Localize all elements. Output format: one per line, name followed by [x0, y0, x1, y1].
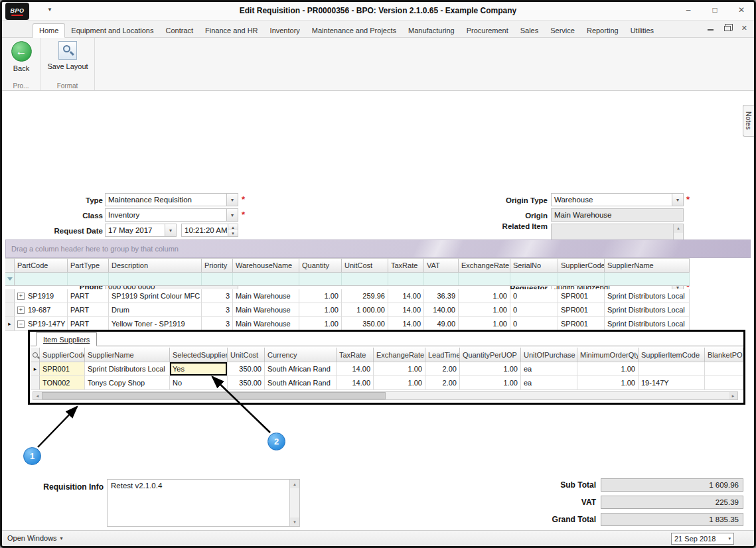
- expand-toggle-icon[interactable]: +: [17, 307, 25, 314]
- tab-inventory[interactable]: Inventory: [264, 24, 306, 37]
- chevron-down-icon[interactable]: ▾: [226, 209, 238, 221]
- cell-suppliername[interactable]: Sprint Distributors Local: [605, 317, 690, 330]
- column-header-suppliername[interactable]: SupplierName: [85, 348, 170, 362]
- cell-taxrate[interactable]: 14.00: [337, 362, 374, 376]
- filter-cell-serialno[interactable]: [510, 273, 558, 285]
- cell-unitcost[interactable]: 350.00: [228, 376, 265, 389]
- cell-exchangerate[interactable]: 1.00: [374, 376, 425, 389]
- scroll-up-icon[interactable]: ▲: [674, 224, 683, 233]
- request-time-field[interactable]: 10:21:20 AM ▲ ▼: [181, 224, 238, 237]
- column-header-unitcost[interactable]: UnitCost: [342, 259, 388, 272]
- cell-priority[interactable]: 3: [202, 303, 233, 316]
- cell-currency[interactable]: South African Rand: [265, 376, 337, 389]
- column-header-exchangerate[interactable]: ExchangeRate: [374, 348, 425, 362]
- detail-row[interactable]: TON002Tonys Copy ShopNo350.00South Afric…: [31, 376, 743, 390]
- cell-exchangerate[interactable]: 1.00: [459, 289, 510, 303]
- cell-unitcost[interactable]: 350.00: [228, 362, 265, 376]
- tab-service[interactable]: Service: [544, 24, 581, 37]
- column-header-serialno[interactable]: SerialNo: [510, 259, 558, 272]
- requisition-info-textarea[interactable]: Retest v2.1.0.4 ▲ ▼: [107, 479, 300, 527]
- cell-leadtime[interactable]: 2.00: [425, 362, 460, 376]
- tab-finance-and-hr[interactable]: Finance and HR: [199, 24, 264, 37]
- cell-currency[interactable]: South African Rand: [265, 362, 337, 376]
- expand-toggle-icon[interactable]: −: [17, 320, 25, 328]
- cell-unitcost[interactable]: 350.00: [342, 317, 388, 330]
- spin-up-icon[interactable]: ▲: [228, 224, 238, 230]
- cell-parttype[interactable]: PART: [68, 289, 109, 303]
- minimize-button[interactable]: –: [684, 5, 693, 15]
- cell-parttype[interactable]: PART: [68, 303, 109, 316]
- cell-selectedsupplier[interactable]: No: [170, 376, 228, 389]
- cell-supplieritemcode[interactable]: [639, 362, 705, 376]
- expand-toggle-icon[interactable]: +: [17, 293, 25, 300]
- cell-partcode[interactable]: +SP1919: [15, 289, 68, 303]
- column-header-unitofpurchase[interactable]: UnitOfPurchase: [521, 348, 577, 362]
- cell-suppliercode[interactable]: SPR001: [558, 289, 605, 303]
- cell-minimumorderqty[interactable]: 1.00: [577, 376, 639, 389]
- cell-suppliercode[interactable]: TON002: [40, 376, 85, 389]
- scroll-up-icon[interactable]: ▲: [290, 480, 299, 488]
- cell-description[interactable]: Drum: [109, 303, 202, 316]
- column-header-description[interactable]: Description: [109, 259, 202, 272]
- tab-procurement[interactable]: Procurement: [461, 24, 514, 37]
- calendar-dropdown-icon[interactable]: ▾: [728, 536, 731, 541]
- column-header-currency[interactable]: Currency: [265, 348, 337, 362]
- filter-cell-suppliername[interactable]: [605, 273, 690, 285]
- column-header-suppliercode[interactable]: SupplierCode: [558, 259, 605, 272]
- column-header-leadtime[interactable]: LeadTime: [425, 348, 460, 362]
- origin-type-select[interactable]: Warehouse ▾: [551, 193, 684, 206]
- column-header-minimumorderqty[interactable]: MinimumOrderQty: [577, 348, 639, 362]
- scroll-left-icon[interactable]: ◄: [33, 392, 42, 399]
- cell-suppliername[interactable]: Sprint Distributors Local: [605, 289, 690, 303]
- cell-vat[interactable]: 140.00: [424, 303, 459, 316]
- time-spinner[interactable]: ▲ ▼: [228, 224, 238, 236]
- cell-blanketpo[interactable]: [705, 376, 743, 389]
- cell-suppliercode[interactable]: SPR001: [558, 317, 605, 330]
- cell-warehousename[interactable]: Main Warehouse: [233, 317, 299, 330]
- column-header-priority[interactable]: Priority: [202, 259, 233, 272]
- filter-cell-priority[interactable]: [202, 273, 233, 285]
- cell-serialno[interactable]: 0: [510, 303, 558, 316]
- filter-cell-suppliercode[interactable]: [558, 273, 605, 285]
- cell-suppliercode[interactable]: SPR001: [558, 303, 605, 316]
- table-row[interactable]: +19-687PARTDrum3Main Warehouse1.001 000.…: [5, 303, 690, 317]
- child-restore-icon[interactable]: [724, 26, 731, 31]
- tab-contract[interactable]: Contract: [160, 24, 200, 37]
- column-header-selectedsupplier[interactable]: SelectedSupplier: [170, 348, 228, 362]
- column-header-quantityperuop[interactable]: QuantityPerUOP: [460, 348, 521, 362]
- spin-down-icon[interactable]: ▼: [228, 230, 238, 236]
- cell-taxrate[interactable]: 14.00: [388, 289, 424, 303]
- filter-cell-exchangerate[interactable]: [459, 273, 510, 285]
- cell-quantityperuop[interactable]: 1.00: [460, 376, 521, 389]
- notes-side-tab[interactable]: Notes: [743, 105, 754, 137]
- tab-item-suppliers[interactable]: Item Suppliers: [36, 332, 97, 346]
- tab-home[interactable]: Home: [33, 23, 65, 38]
- child-close-icon[interactable]: ✕: [741, 24, 747, 33]
- cell-quantity[interactable]: 1.00: [299, 289, 342, 303]
- cell-quantityperuop[interactable]: 1.00: [460, 362, 521, 376]
- cell-suppliername[interactable]: Sprint Distributors Local: [605, 303, 690, 316]
- cell-supplieritemcode[interactable]: 19-147Y: [639, 376, 705, 389]
- column-header-parttype[interactable]: PartType: [68, 259, 109, 272]
- cell-leadtime[interactable]: 2.00: [425, 376, 460, 389]
- chevron-down-icon[interactable]: ▾: [165, 224, 176, 236]
- back-button[interactable]: ← Back: [6, 41, 37, 72]
- column-header-suppliercode[interactable]: SupplierCode: [40, 348, 85, 362]
- filter-cell-unitcost[interactable]: [342, 273, 388, 285]
- column-header-quantity[interactable]: Quantity: [299, 259, 342, 272]
- filter-cell-taxrate[interactable]: [388, 273, 424, 285]
- tab-maintenance-and-projects[interactable]: Maintenance and Projects: [306, 24, 402, 37]
- cell-description[interactable]: SP1919 Sprint Colour MFC: [109, 289, 202, 303]
- cell-unitofpurchase[interactable]: ea: [521, 376, 577, 389]
- cell-unitcost[interactable]: 259.96: [342, 289, 388, 303]
- cell-exchangerate[interactable]: 1.00: [374, 362, 425, 376]
- cell-warehousename[interactable]: Main Warehouse: [233, 289, 299, 303]
- cell-suppliername[interactable]: Tonys Copy Shop: [85, 376, 170, 389]
- cell-minimumorderqty[interactable]: 1.00: [577, 362, 639, 376]
- cell-warehousename[interactable]: Main Warehouse: [233, 303, 299, 316]
- cell-vat[interactable]: 49.00: [424, 317, 459, 330]
- column-header-warehousename[interactable]: WarehouseName: [233, 259, 299, 272]
- cell-taxrate[interactable]: 14.00: [388, 303, 424, 316]
- scrollbar-thumb[interactable]: [42, 392, 386, 399]
- request-date-picker[interactable]: 17 May 2017 ▾: [105, 224, 177, 237]
